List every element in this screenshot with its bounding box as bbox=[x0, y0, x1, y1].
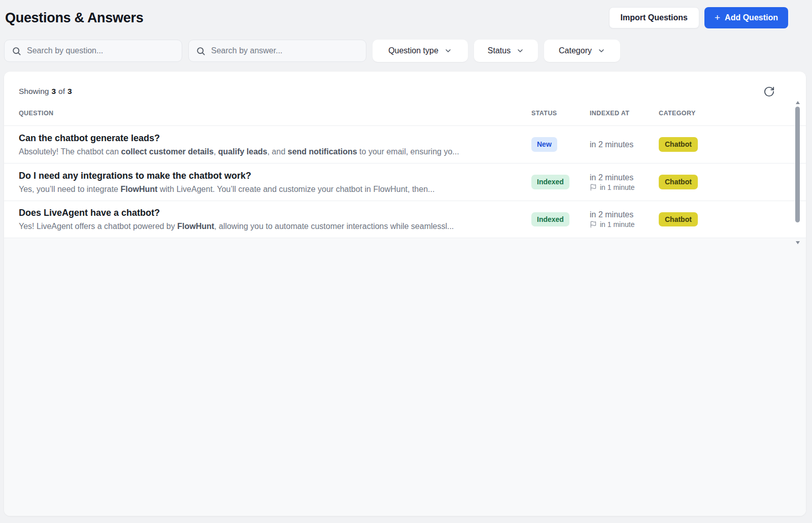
answer-segment: to your email, ensuring yo... bbox=[357, 147, 459, 156]
indexed-secondary: in 1 minute bbox=[590, 183, 659, 191]
answer-segment: , bbox=[214, 147, 218, 156]
question-cell: Can the chatbot generate leads?Absolutel… bbox=[19, 132, 531, 157]
showing-count: Showing 3 of 3 bbox=[19, 87, 72, 96]
question-type-label: Question type bbox=[388, 46, 438, 55]
answer-preview: Yes! LiveAgent offers a chatbot powered … bbox=[19, 221, 531, 232]
indexed-secondary: in 1 minute bbox=[590, 220, 659, 228]
indexed-secondary-value: in 1 minute bbox=[600, 220, 634, 228]
status-dropdown-label: Status bbox=[488, 46, 511, 55]
answer-segment: Absolutely! The chatbot can bbox=[19, 147, 121, 156]
category-badge: Chatbot bbox=[659, 137, 698, 151]
status-dropdown[interactable]: Status bbox=[474, 40, 538, 62]
status-badge: Indexed bbox=[531, 175, 569, 189]
indexed-at-cell: in 2 minutesin 1 minute bbox=[590, 210, 659, 228]
question-title: Do I need any integrations to make the c… bbox=[19, 169, 531, 182]
answer-preview: Yes, you’ll need to integrate FlowHunt w… bbox=[19, 184, 531, 195]
add-question-label: Add Question bbox=[725, 13, 778, 22]
category-cell: Chatbot bbox=[659, 212, 791, 226]
indexed-at-value: in 2 minutes bbox=[590, 210, 659, 219]
table-row[interactable]: Does LiveAgent have a chatbot?Yes! LiveA… bbox=[4, 201, 806, 238]
flag-icon bbox=[590, 221, 597, 228]
category-dropdown-label: Category bbox=[559, 46, 592, 55]
questions-card: Showing 3 of 3 QUESTION STATUS INDEXED A… bbox=[4, 72, 806, 516]
header-actions: Import Questions + Add Question bbox=[609, 7, 788, 28]
flag-icon bbox=[590, 184, 597, 191]
column-header-question: QUESTION bbox=[19, 110, 531, 117]
answer-search-box[interactable] bbox=[188, 40, 366, 62]
answer-segment: Yes! LiveAgent offers a chatbot powered … bbox=[19, 222, 177, 231]
answer-bold-segment: send notifications bbox=[288, 147, 357, 156]
status-cell: New bbox=[531, 137, 590, 151]
scrollbar-down-arrow[interactable] bbox=[796, 241, 800, 244]
scrollbar-thumb[interactable] bbox=[795, 107, 800, 222]
question-search-box[interactable] bbox=[4, 40, 182, 62]
status-badge: New bbox=[531, 137, 557, 151]
question-title: Can the chatbot generate leads? bbox=[19, 132, 531, 145]
showing-total-value: 3 bbox=[67, 87, 72, 96]
question-type-dropdown[interactable]: Question type bbox=[373, 40, 468, 62]
add-question-button[interactable]: + Add Question bbox=[704, 7, 788, 28]
indexed-at-cell: in 2 minutesin 1 minute bbox=[590, 173, 659, 191]
category-badge: Chatbot bbox=[659, 212, 698, 226]
category-cell: Chatbot bbox=[659, 175, 791, 189]
answer-bold-segment: qualify leads bbox=[218, 147, 267, 156]
card-empty-area bbox=[4, 238, 806, 516]
table-row[interactable]: Do I need any integrations to make the c… bbox=[4, 163, 806, 201]
scrollbar-up-arrow[interactable] bbox=[796, 101, 800, 104]
chevron-down-icon bbox=[516, 47, 524, 55]
answer-bold-segment: FlowHunt bbox=[177, 222, 214, 231]
answer-preview: Absolutely! The chatbot can collect cust… bbox=[19, 146, 531, 157]
column-header-status: STATUS bbox=[531, 110, 590, 117]
showing-of: of bbox=[58, 87, 65, 96]
search-icon bbox=[196, 46, 206, 56]
indexed-at-value: in 2 minutes bbox=[590, 140, 659, 149]
answer-segment: , and bbox=[267, 147, 288, 156]
question-title: Does LiveAgent have a chatbot? bbox=[19, 206, 531, 219]
refresh-button[interactable] bbox=[761, 84, 776, 99]
chevron-down-icon bbox=[597, 47, 605, 55]
page-title: Questions & Answers bbox=[5, 10, 143, 26]
page-header: Questions & Answers Import Questions + A… bbox=[0, 0, 812, 28]
filter-bar: Question type Status Category bbox=[4, 40, 808, 62]
status-badge: Indexed bbox=[531, 212, 569, 226]
refresh-icon bbox=[763, 86, 775, 97]
answer-segment: , allowing you to automate customer inte… bbox=[214, 222, 454, 231]
indexed-at-value: in 2 minutes bbox=[590, 173, 659, 182]
import-questions-button[interactable]: Import Questions bbox=[609, 7, 699, 28]
plus-icon: + bbox=[715, 13, 720, 22]
indexed-at-cell: in 2 minutes bbox=[590, 140, 659, 149]
column-header-indexed-at: INDEXED AT bbox=[590, 110, 659, 117]
showing-count-value: 3 bbox=[51, 87, 56, 96]
answer-bold-segment: collect customer details bbox=[121, 147, 214, 156]
answer-bold-segment: FlowHunt bbox=[120, 185, 157, 193]
showing-label: Showing bbox=[19, 87, 49, 96]
indexed-secondary-value: in 1 minute bbox=[600, 183, 634, 191]
answer-segment: with LiveAgent. You’ll create and custom… bbox=[157, 185, 434, 193]
table-row[interactable]: Can the chatbot generate leads?Absolutel… bbox=[4, 125, 806, 163]
status-cell: Indexed bbox=[531, 175, 590, 189]
table-body: Can the chatbot generate leads?Absolutel… bbox=[4, 125, 806, 238]
card-top-bar: Showing 3 of 3 bbox=[4, 72, 806, 101]
chevron-down-icon bbox=[444, 47, 452, 55]
search-icon bbox=[12, 46, 21, 56]
category-cell: Chatbot bbox=[659, 137, 791, 151]
vertical-scrollbar[interactable] bbox=[795, 101, 800, 244]
category-badge: Chatbot bbox=[659, 175, 698, 189]
answer-segment: Yes, you’ll need to integrate bbox=[19, 185, 120, 193]
category-dropdown[interactable]: Category bbox=[544, 40, 620, 62]
column-header-category: CATEGORY bbox=[659, 110, 791, 117]
question-cell: Do I need any integrations to make the c… bbox=[19, 169, 531, 195]
table-header-row: QUESTION STATUS INDEXED AT CATEGORY bbox=[4, 101, 806, 125]
question-cell: Does LiveAgent have a chatbot?Yes! LiveA… bbox=[19, 206, 531, 232]
search-question-input[interactable] bbox=[27, 46, 175, 55]
status-cell: Indexed bbox=[531, 212, 590, 226]
search-answer-input[interactable] bbox=[211, 46, 359, 55]
